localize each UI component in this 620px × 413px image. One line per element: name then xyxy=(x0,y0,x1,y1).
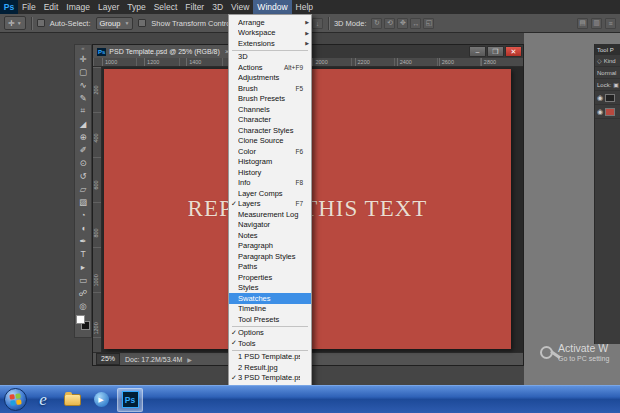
eye-icon[interactable]: ◉ xyxy=(597,94,603,102)
minimize-button[interactable]: – xyxy=(469,46,486,57)
menu-item-arrange[interactable]: Arrange▶ xyxy=(229,17,311,28)
menu-item-measurement-log[interactable]: Measurement Log xyxy=(229,209,311,220)
menu-3d[interactable]: 3D xyxy=(208,0,227,14)
eraser-tool[interactable]: ▱ xyxy=(75,182,91,195)
crop-tool[interactable]: ⌗ xyxy=(75,104,91,117)
type-tool[interactable]: T xyxy=(75,247,91,260)
brush-tool[interactable]: ✐ xyxy=(75,143,91,156)
menu-item-tool-presets[interactable]: Tool Presets xyxy=(229,314,311,325)
eyedropper-tool[interactable]: ◢ xyxy=(75,117,91,130)
menu-item-swatches[interactable]: Swatches xyxy=(229,293,311,304)
hand-tool[interactable]: ☍ xyxy=(75,286,91,299)
menu-filter[interactable]: Filter xyxy=(181,0,208,14)
color-swatches[interactable] xyxy=(75,315,91,333)
drag-3d-icon[interactable]: ✥ xyxy=(397,18,408,29)
menu-item-2-result-jpg[interactable]: 2 Result.jpg xyxy=(229,362,311,373)
menu-item-brush-presets[interactable]: Brush Presets xyxy=(229,94,311,105)
pen-tool[interactable]: ✒ xyxy=(75,234,91,247)
shape-tool[interactable]: ▭ xyxy=(75,273,91,286)
menu-item-3d[interactable]: 3D xyxy=(229,52,311,63)
rotate-3d-icon[interactable]: ↻ xyxy=(371,18,382,29)
menu-item-history[interactable]: History xyxy=(229,167,311,178)
menu-item-tools[interactable]: ✓Tools xyxy=(229,338,311,349)
menu-item-brush[interactable]: BrushF5 xyxy=(229,83,311,94)
menu-edit[interactable]: Edit xyxy=(40,0,63,14)
history-brush-tool[interactable]: ↺ xyxy=(75,169,91,182)
marquee-tool[interactable]: ▢ xyxy=(75,65,91,78)
internet-explorer-icon[interactable]: e xyxy=(30,388,56,412)
menu-item-actions[interactable]: ActionsAlt+F9 xyxy=(229,62,311,73)
menu-item-color[interactable]: ColorF6 xyxy=(229,146,311,157)
menu-type[interactable]: Type xyxy=(123,0,149,14)
menu-window[interactable]: Window xyxy=(253,0,291,14)
clone-stamp-tool[interactable]: ⊙ xyxy=(75,156,91,169)
menu-item-channels[interactable]: Channels xyxy=(229,104,311,115)
menu-item-options[interactable]: ✓Options xyxy=(229,328,311,339)
menu-item-histogram[interactable]: Histogram xyxy=(229,157,311,168)
menu-item-layer-comps[interactable]: Layer Comps xyxy=(229,188,311,199)
menu-item-1-psd-template-psd[interactable]: 1 PSD Template.psd xyxy=(229,352,311,363)
menu-item-workspace[interactable]: Workspace▶ xyxy=(229,28,311,39)
menu-item-styles[interactable]: Styles xyxy=(229,283,311,294)
menu-view[interactable]: View xyxy=(227,0,253,14)
layer-row[interactable]: ◉ xyxy=(595,105,620,119)
menu-file[interactable]: File xyxy=(18,0,40,14)
show-transform-checkbox[interactable] xyxy=(138,19,146,27)
menu-item-paragraph-styles[interactable]: Paragraph Styles xyxy=(229,251,311,262)
move-tool[interactable]: ✛ xyxy=(75,52,91,65)
scale-3d-icon[interactable]: ◱ xyxy=(423,18,434,29)
menu-layer[interactable]: Layer xyxy=(94,0,123,14)
quick-selection-tool[interactable]: ✎ xyxy=(75,91,91,104)
menu-item-3-psd-template-psd[interactable]: ✓3 PSD Template.psd xyxy=(229,373,311,384)
foreground-color-swatch[interactable] xyxy=(76,315,85,324)
healing-brush-tool[interactable]: ⊕ xyxy=(75,130,91,143)
menu-item-layers[interactable]: ✓LayersF7 xyxy=(229,199,311,210)
blur-tool[interactable]: ◔ xyxy=(75,208,91,221)
menu-item-extensions[interactable]: Extensions▶ xyxy=(229,38,311,49)
menu-image[interactable]: Image xyxy=(62,0,94,14)
layers-filter-row[interactable]: ◇ Kind xyxy=(595,55,620,67)
menu-item-character-styles[interactable]: Character Styles xyxy=(229,125,311,136)
workspace-icon[interactable]: ▥ xyxy=(591,18,602,29)
menu-item-timeline[interactable]: Timeline xyxy=(229,304,311,315)
document-tab[interactable]: Ps PSD Template.psd @ 25% (RGB/8) × xyxy=(93,45,234,58)
lasso-tool[interactable]: ∿ xyxy=(75,78,91,91)
menu-item-character[interactable]: Character xyxy=(229,115,311,126)
menu-select[interactable]: Select xyxy=(150,0,182,14)
list-icon[interactable]: ≡ xyxy=(605,18,616,29)
layer-row[interactable]: ◉ xyxy=(595,91,620,105)
panel-toggle-icon[interactable]: ▤ xyxy=(577,18,588,29)
menu-item-navigator[interactable]: Navigator xyxy=(229,220,311,231)
status-options-arrow-icon[interactable]: ▶ xyxy=(187,356,192,363)
dodge-tool[interactable]: ◖ xyxy=(75,221,91,234)
menu-item-paths[interactable]: Paths xyxy=(229,262,311,273)
close-button[interactable]: ✕ xyxy=(505,46,522,57)
file-explorer-icon[interactable] xyxy=(59,388,85,412)
path-selection-tool[interactable]: ▸ xyxy=(75,260,91,273)
blend-mode-dropdown[interactable]: Normal xyxy=(595,67,620,79)
menu-item-paragraph[interactable]: Paragraph xyxy=(229,241,311,252)
auto-select-checkbox[interactable] xyxy=(37,19,45,27)
zoom-level-field[interactable]: 25% xyxy=(96,353,120,365)
gradient-tool[interactable]: ▨ xyxy=(75,195,91,208)
eye-icon[interactable]: ◉ xyxy=(597,108,603,116)
roll-3d-icon[interactable]: ⟲ xyxy=(384,18,395,29)
panel-tab[interactable]: Tool P xyxy=(595,44,620,55)
restore-button[interactable]: ❐ xyxy=(487,46,504,57)
zoom-tool[interactable]: ◎ xyxy=(75,299,91,312)
group-dropdown[interactable]: Group ▼ xyxy=(96,17,134,30)
lock-row[interactable]: Lock: ▣ xyxy=(595,79,620,91)
align-bottom-icon[interactable]: ↓ xyxy=(312,18,323,29)
start-button[interactable] xyxy=(4,388,27,411)
menu-item-properties[interactable]: Properties xyxy=(229,272,311,283)
slide-3d-icon[interactable]: ↔ xyxy=(410,18,421,29)
menu-item-clone-source[interactable]: Clone Source xyxy=(229,136,311,147)
menu-item-adjustments[interactable]: Adjustments xyxy=(229,73,311,84)
menu-item-info[interactable]: InfoF8 xyxy=(229,178,311,189)
menu-item-notes[interactable]: Notes xyxy=(229,230,311,241)
panel-collapse-icon[interactable]: « xyxy=(81,45,84,52)
media-player-icon[interactable]: ▶ xyxy=(88,388,114,412)
tool-preset-picker[interactable]: ✛ ▼ xyxy=(4,16,26,30)
photoshop-taskbar-icon[interactable]: Ps xyxy=(117,388,143,412)
menu-help[interactable]: Help xyxy=(292,0,317,14)
